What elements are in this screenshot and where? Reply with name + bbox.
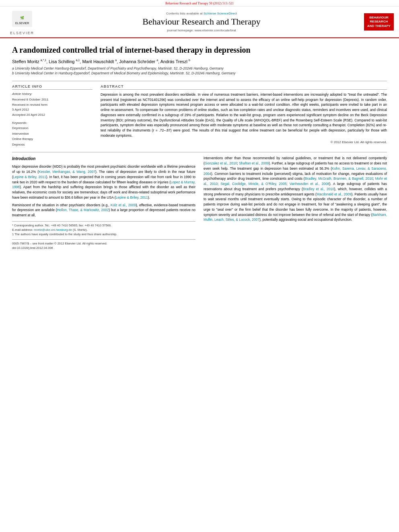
keywords-list: Depression Intervention Online therapy D… [12,125,93,147]
journal-center: Contents lists available at SciVerse Sci… [44,9,359,35]
ref-bradley1[interactable]: Bradley, McGrath, Brannen, & Bagnell, 20… [305,177,373,181]
received-line: Received 8 October 2011 [12,97,93,103]
accepted-line: Accepted 20 April 2012 [12,113,93,118]
svg-text:🌿: 🌿 [20,16,24,20]
copyright-line: © 2012 Elsevier Ltd. All rights reserved… [101,140,387,145]
intro-heading: Introduction [12,156,195,162]
elsevier-text: ELSEVIER [10,31,34,35]
sciverse-line: Contents lists available at SciVerse Sci… [166,12,237,15]
abstract-col: ABSTRACT Depression is among the most pr… [101,84,387,148]
affiliations: a University Medical Center Hamburg-Eppe… [12,66,387,76]
affiliation-a: a University Medical Center Hamburg-Eppe… [12,66,387,71]
footnotes: * Corresponding author. Tel.: +49 40 741… [12,221,195,237]
keyword-4: Deprexis [12,142,93,148]
keyword-3: Online therapy [12,136,93,142]
sciverse-link[interactable]: SciVerse ScienceDirect [204,12,237,15]
body-section: Introduction Major depressive disorder (… [12,156,387,250]
ref-lopez[interactable]: Lopez & Murray, 1998 [12,180,195,189]
page-container: Behaviour Research and Therapy 50 (2012)… [0,0,399,254]
abstract-heading: ABSTRACT [101,84,387,90]
doi-line: doi:10.1016/j.brat.2012.04.006 [12,246,195,250]
article-content: A randomized controlled trial of interne… [0,38,399,254]
ref-bradley2[interactable]: Bradley et al., 2010 [303,187,334,191]
journal-title: Behaviour Research and Therapy [142,16,260,27]
ref-barkham[interactable]: Barkham, Mullin, Leach, Stiles, & Lucock… [204,213,387,222]
ref-kessler[interactable]: Kessler, Merikangas, & Wang, 2007 [39,170,95,174]
brand-line1: BEHAVIOUR [367,16,391,20]
top-bar: Behaviour Research and Therapy 50 (2012)… [0,0,399,6]
revised-line2: 5 April 2012 [12,107,93,113]
journal-brand-box: BEHAVIOUR RESEARCH AND THERAPY [364,13,394,31]
abstract-text: Depression is among the most prevalent d… [101,92,387,145]
authors-line: Steffen Moritz a,*,1, Lisa Schilling a,1… [12,58,387,65]
received-date: Received 8 October 2011 Received in revi… [12,97,93,118]
abstract-paragraph: Depression is among the most prevalent d… [101,92,387,138]
article-title: A randomized controlled trial of interne… [12,45,387,55]
ref-macdonald[interactable]: Macdonald et al., 2009 [317,192,352,196]
footnote-bottom: 0005-7967/$ – see front matter © 2012 El… [12,239,195,251]
elsevier-tree-icon: 🌿 ELSEVIER [10,9,34,31]
ref-vanheusden[interactable]: Vanheusden et al., 2008 [290,182,329,186]
article-info-heading: ARTICLE INFO [12,84,93,90]
author-moritz: Steffen Moritz a,*,1 [12,59,46,64]
footnote-corresponding: * Corresponding author. Tel.: +49 40 741… [12,223,195,228]
revised-line: Received in revised form [12,103,93,108]
keyword-1: Depression [12,125,93,131]
journal-ref: Behaviour Research and Therapy 50 (2012)… [165,2,234,5]
body-col-right: interventions other than those recommend… [204,156,387,250]
author-schroder: Johanna Schröder a [119,59,158,64]
ref-segal[interactable]: Segal, Coolidge, Mincle, & O'Riley, 2005 [220,182,286,186]
keywords-label: Keywords: [12,121,93,125]
author-hauschildt: Marit Hauschildt a [82,59,117,64]
footnote-equal: 1 The authors have equally contributed t… [12,232,195,236]
ref-hollon[interactable]: Hollon, Thase, & Markowitz, 2002 [57,208,109,212]
intro-para-2: Reminiscent of the situation in other ps… [12,203,195,218]
info-abstract-section: ARTICLE INFO Article history: Received 8… [12,81,387,148]
keyword-2: Intervention [12,131,93,137]
section-divider [12,152,387,152]
email-link[interactable]: moritz@uke.uni-hamburg.de [34,228,72,232]
issn-line: 0005-7967/$ – see front matter © 2012 El… [12,241,195,246]
brand-line2: RESEARCH [367,20,391,24]
body-col-left: Introduction Major depressive disorder (… [12,156,195,250]
sciverse-prefix: Contents lists available at [166,12,203,15]
affiliation-b: b University Medical Center in Hamburg-E… [12,71,387,76]
history-label: Article history: [12,92,93,96]
journal-homepage: journal homepage: www.elsevier.com/locat… [167,29,236,32]
ref-kohn[interactable]: Kohn, Saxena, Levav, & Saraceno, 2004 [204,166,387,176]
journal-logo-right: BEHAVIOUR RESEARCH AND THERAPY [363,9,395,35]
homepage-label: journal homepage: www.elsevier.com/locat… [167,29,236,32]
svg-text:ELSEVIER: ELSEVIER [15,22,29,25]
ref-kulz[interactable]: Külz et al., 2009 [111,203,136,207]
journal-header: 🌿 ELSEVIER ELSEVIER Contents lists avail… [0,6,399,38]
right-para-1: interventions other than those recommend… [204,156,387,222]
ref-shafran[interactable]: Shafran et al., 2009 [239,161,269,165]
brand-line3: AND THERAPY [367,24,391,28]
intro-para-1: Major depressive disorder (MDD) is proba… [12,164,195,200]
ref-lepine1[interactable]: Lepine & Briley, 2011 [13,175,46,179]
elsevier-logo: 🌿 ELSEVIER ELSEVIER [4,9,40,35]
ref-gonzalez[interactable]: Gonzalez et al., 2010 [205,161,237,165]
footnote-email: E-mail address: moritz@uke.uni-hamburg.d… [12,228,195,232]
author-schilling: Lisa Schilling a,1 [49,59,80,64]
author-treszl: András Treszl b [160,59,190,64]
article-info-col: ARTICLE INFO Article history: Received 8… [12,84,93,148]
ref-lepine2[interactable]: Lepine & Briley, 2011 [116,195,148,199]
